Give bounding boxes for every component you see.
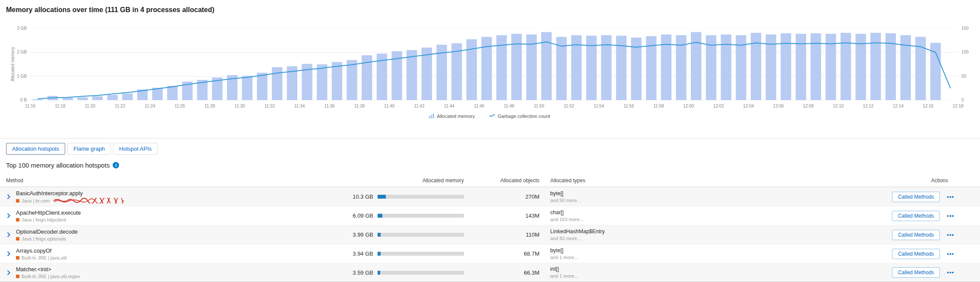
allocated-type: char[] (550, 209, 770, 216)
allocated-type-more[interactable]: and 50 more... (550, 198, 770, 203)
technology-icon (16, 218, 19, 222)
info-icon[interactable]: i (113, 162, 119, 168)
technology-icon (16, 199, 19, 203)
allocated-objects-value: 110M (464, 231, 539, 238)
x-axis-tick: 12:04 (743, 104, 754, 108)
more-actions-icon[interactable]: ••• (947, 195, 954, 199)
hotspots-section: Allocation hotspots Flame graph Hotspot … (0, 138, 980, 282)
x-axis-tick: 12:02 (713, 104, 724, 108)
table-row[interactable]: ApacheHttpClient.execute Java | feign.ht… (0, 206, 980, 225)
y-axis-tick-right: 50 (961, 74, 966, 79)
col-allocated-objects: Allocated objects (464, 177, 539, 184)
x-axis-tick: 11:44 (444, 104, 454, 108)
more-actions-icon[interactable]: ••• (947, 252, 954, 256)
method-name[interactable]: OptionalDecoder.decode (16, 228, 78, 235)
x-axis-tick: 11:26 (175, 104, 185, 108)
allocated-type: byte[] (550, 190, 770, 197)
expand-chevron-icon[interactable] (6, 249, 11, 258)
x-axis-tick: 12:16 (923, 104, 933, 108)
memory-bar (378, 252, 464, 256)
technology-icon (16, 237, 19, 241)
expand-chevron-icon[interactable] (6, 211, 11, 220)
x-axis-tick: 11:30 (234, 104, 245, 108)
x-axis-tick: 11:40 (384, 104, 394, 108)
section-title: Top 100 memory allocation hotspots i (6, 162, 973, 169)
col-method: Method (6, 177, 334, 184)
allocated-memory-value: 3.94 GB (353, 250, 373, 257)
called-methods-button[interactable]: Called Methods (892, 249, 940, 259)
memory-bar (378, 214, 464, 218)
more-actions-icon[interactable]: ••• (947, 270, 954, 275)
allocated-memory-value: 6.09 GB (353, 212, 373, 219)
method-origin: Java | feign.httpclient (22, 217, 66, 222)
hotspots-table: Method Allocated memory Allocated object… (0, 174, 980, 282)
x-axis-tick: 11:58 (653, 104, 664, 108)
table-row[interactable]: BasicAuthInterceptor.apply Java | br.com (0, 187, 980, 206)
more-actions-icon[interactable]: ••• (947, 214, 954, 218)
col-allocated-memory: Allocated memory (334, 177, 464, 184)
called-methods-button[interactable]: Called Methods (892, 230, 940, 240)
bar-chart-icon (429, 113, 434, 119)
allocated-memory-value: 3.99 GB (353, 231, 373, 238)
chart-plot-area[interactable] (30, 29, 958, 100)
legend-label: Allocated memory (437, 114, 475, 119)
method-name[interactable]: Matcher.<init> (16, 266, 80, 273)
x-axis-tick: 11:16 (25, 104, 35, 108)
table-row[interactable]: Arrays.copyOf Built-In JRE | java.util 3… (0, 244, 980, 263)
legend-label: Garbage collection count (498, 114, 550, 119)
x-axis-tick: 12:06 (773, 104, 784, 108)
x-axis-tick: 11:52 (564, 104, 574, 108)
x-axis-tick: 12:18 (952, 104, 963, 108)
x-axis-tick: 11:42 (414, 104, 424, 108)
x-axis-tick: 12:08 (803, 104, 814, 108)
called-methods-button[interactable]: Called Methods (892, 192, 940, 202)
method-origin: Java | feign.optionals (22, 236, 66, 241)
table-header: Method Allocated memory Allocated object… (0, 174, 980, 187)
tab-allocation-hotspots[interactable]: Allocation hotspots (6, 143, 65, 155)
technology-icon (16, 256, 19, 260)
y-axis-tick-right: 100 (961, 50, 969, 54)
allocated-objects-value: 68.7M (464, 250, 539, 257)
called-methods-button[interactable]: Called Methods (892, 211, 940, 221)
y-axis-tick-left: 3 GB (6, 26, 27, 31)
x-axis-tick: 12:10 (833, 104, 844, 108)
x-axis-tick: 11:20 (85, 104, 95, 108)
x-axis-tick: 11:34 (294, 104, 305, 108)
col-actions: Actions (770, 177, 973, 184)
section-title-text: Top 100 memory allocation hotspots (6, 162, 110, 169)
technology-icon (16, 275, 19, 278)
y-axis-tick-left: 1 GB (6, 74, 27, 79)
y-axis-label: Allocated memory (10, 41, 15, 88)
allocated-type-more[interactable]: and 1 more... (550, 255, 770, 260)
chart-legend: Allocated memory Garbage collection coun… (6, 113, 973, 119)
table-row[interactable]: OptionalDecoder.decode Java | feign.opti… (0, 225, 980, 244)
allocated-type-more[interactable]: and 83 more... (550, 236, 770, 241)
method-name[interactable]: Arrays.copyOf (16, 247, 66, 254)
expand-chevron-icon[interactable] (6, 268, 11, 277)
y-axis-tick-right: 150 (961, 26, 969, 31)
method-name[interactable]: BasicAuthInterceptor.apply (16, 190, 125, 197)
called-methods-button[interactable]: Called Methods (892, 267, 940, 278)
y-axis-tick-left: 0 B (6, 98, 27, 102)
tab-flame-graph[interactable]: Flame graph (67, 143, 111, 155)
table-row[interactable]: Matcher.<init> Built-In JRE | java.util.… (0, 263, 980, 282)
method-origin: Built-In JRE | java.util.regex (22, 274, 80, 279)
legend-allocated-memory[interactable]: Allocated memory (429, 113, 475, 119)
x-axis-tick: 11:28 (205, 104, 215, 108)
tab-hotspot-apis[interactable]: Hotspot APIs (113, 143, 158, 155)
x-axis-tick: 12:14 (893, 104, 904, 108)
expand-chevron-icon[interactable] (6, 192, 11, 201)
y-axis-tick-left: 2 GB (6, 50, 27, 54)
method-name[interactable]: ApacheHttpClient.execute (16, 209, 81, 216)
more-actions-icon[interactable]: ••• (947, 233, 954, 237)
memory-bar (378, 195, 464, 199)
legend-gc-count[interactable]: Garbage collection count (489, 113, 550, 119)
allocated-type-more[interactable]: and 1 more... (550, 273, 770, 279)
allocated-type-more[interactable]: and 163 more... (550, 217, 770, 222)
page-title: Memory allocations over time (111 GB in … (6, 5, 973, 15)
x-axis-tick: 12:00 (683, 104, 694, 108)
allocation-chart[interactable]: Allocated memory 0 B1 GB2 GB3 GB 0501001… (6, 17, 973, 135)
x-axis-tick: 11:32 (265, 104, 275, 108)
memory-allocations-section: Memory allocations over time (111 GB in … (0, 0, 980, 135)
expand-chevron-icon[interactable] (6, 230, 11, 239)
